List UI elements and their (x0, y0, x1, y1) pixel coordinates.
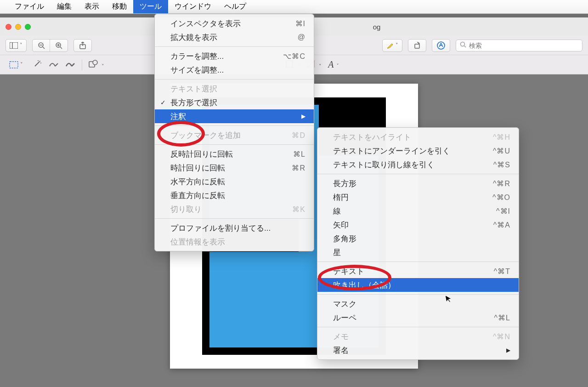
tools-menu-item-label: 垂直方向に反転 (170, 190, 225, 201)
zoom-in-button[interactable] (50, 40, 68, 51)
annotate-menu-shortcut: ^⌘S (475, 160, 510, 169)
tools-menu-item-19: 位置情報を表示 (155, 235, 314, 249)
svg-line-6 (60, 47, 62, 49)
text-style-button[interactable]: A (328, 59, 338, 70)
annotate-menu-item-11[interactable]: テキスト^⌘T (317, 264, 519, 278)
annotate-menu-item-14[interactable]: マスク (317, 297, 519, 311)
menubar-item-1[interactable]: 編集 (51, 0, 78, 13)
annotate-menu-item-12[interactable]: 吹き出し（会話） (317, 278, 519, 292)
tools-menu-separator (155, 144, 314, 145)
selection-tool-button[interactable] (6, 58, 27, 71)
window-controls[interactable] (6, 24, 31, 30)
tools-menu-item-label: サイズを調整... (170, 65, 224, 75)
tools-menu-item-label: 時計回りに回転 (170, 163, 225, 173)
annotate-menu-item-label: テキストにアンダーラインを引く (333, 146, 450, 156)
tools-menu-item-0[interactable]: インスペクタを表示⌘I (155, 17, 314, 30)
tools-menu-item-label: テキスト選択 (170, 84, 217, 94)
annotate-menu-shortcut: ^⌘I (478, 207, 510, 216)
annotate-menu-item-label: 吹き出し（会話） (333, 280, 396, 290)
menubar-item-5[interactable]: ウインドウ (168, 0, 218, 13)
annotate-menu-item-label: 長方形 (333, 178, 356, 189)
sidebar-toggle-button[interactable] (6, 39, 27, 52)
annotate-menu-item-2[interactable]: テキストに取り消し線を引く^⌘S (317, 158, 519, 171)
tools-menu-shortcut: ⌘D (273, 131, 305, 140)
annotate-menu-item-label: 矢印 (333, 220, 349, 230)
tools-menu-item-14[interactable]: 水平方向に反転 (155, 175, 314, 188)
annotate-menu-item-7[interactable]: 矢印^⌘A (317, 218, 519, 232)
annotate-menu-item-6[interactable]: 線^⌘I (317, 204, 519, 218)
annotate-menu-shortcut: ^⌘N (475, 332, 510, 341)
menubar-item-0[interactable]: ファイル (8, 0, 51, 13)
tools-menu-item-4[interactable]: サイズを調整... (155, 63, 314, 77)
annotate-menu-item-label: 線 (333, 206, 341, 216)
tools-menu-separator (155, 79, 314, 80)
zoom-in-icon (55, 42, 62, 49)
close-window-button[interactable] (6, 24, 11, 30)
wand-button[interactable] (33, 60, 42, 70)
tools-menu-item-1[interactable]: 拡大鏡を表示@ (155, 30, 314, 44)
annotate-menu-separator (317, 294, 519, 295)
menubar-item-4[interactable]: ツール (133, 0, 168, 13)
tools-menu-item-label: プロファイルを割り当てる... (170, 223, 271, 233)
tools-menu-shortcut: ⌥⌘C (265, 52, 305, 61)
tools-menu-shortcut: @ (279, 33, 305, 41)
tools-menu-item-13[interactable]: 時計回りに回転⌘R (155, 161, 314, 175)
annotate-menu-shortcut: ^⌘U (475, 147, 510, 155)
tools-menu-item-15[interactable]: 垂直方向に反転 (155, 188, 314, 202)
svg-rect-0 (10, 42, 18, 49)
tools-menu-item-label: 注釈 (170, 111, 186, 122)
annotate-menu-item-label: 星 (333, 247, 341, 258)
tools-menu-item-12[interactable]: 反時計回りに回転⌘L (155, 147, 314, 161)
draw-button[interactable] (65, 60, 75, 70)
search-icon (460, 41, 466, 50)
zoom-out-button[interactable] (33, 40, 50, 51)
annotate-menu-item-4[interactable]: 長方形^⌘R (317, 176, 519, 190)
zoom-window-button[interactable] (25, 24, 31, 30)
annotate-menu-item-label: 楕円 (333, 192, 349, 203)
tools-menu-item-label: カラーを調整... (170, 51, 224, 62)
annotate-menu-shortcut: ^⌘H (475, 133, 510, 142)
search-field[interactable] (456, 40, 582, 51)
window-title: og (373, 23, 381, 31)
svg-rect-11 (415, 44, 419, 48)
selection-icon (9, 61, 18, 68)
annotate-submenu[interactable]: テキストをハイライト^⌘Hテキストにアンダーラインを引く^⌘Uテキストに取り消し… (317, 127, 519, 360)
annotate-menu-item-5[interactable]: 楕円^⌘O (317, 190, 519, 204)
sketch-icon (49, 60, 59, 68)
tools-menu-item-8[interactable]: 注釈▶ (155, 109, 314, 123)
minimize-window-button[interactable] (15, 24, 21, 30)
sketch-button[interactable] (49, 60, 59, 70)
tools-menu-item-18[interactable]: プロファイルを割り当てる... (155, 221, 314, 235)
annotate-menu-separator (317, 174, 519, 174)
sidebar-icon (10, 42, 18, 49)
tools-menu-item-label: 位置情報を表示 (170, 237, 225, 247)
annotate-menu-item-8[interactable]: 多角形 (317, 232, 519, 245)
zoom-group (32, 39, 68, 52)
system-menubar[interactable]: ファイル編集表示移動ツールウインドウヘルプ (0, 0, 588, 14)
share-button[interactable] (74, 39, 92, 52)
menubar-item-3[interactable]: 移動 (106, 0, 133, 13)
annotate-menu-item-15[interactable]: ルーペ^⌘L (317, 311, 519, 324)
annotate-menu-item-18[interactable]: 署名▶ (317, 343, 519, 357)
highlighter-button[interactable] (382, 39, 402, 52)
shapes-button[interactable] (89, 60, 104, 70)
annotate-menu-item-17: メモ^⌘N (317, 330, 519, 343)
annotate-menu-item-label: テキスト (333, 266, 364, 277)
annotate-menu-shortcut: ^⌘L (476, 313, 510, 322)
menubar-item-6[interactable]: ヘルプ (218, 0, 253, 13)
annotate-menu-shortcut: ^⌘T (475, 267, 510, 276)
markup-icon (437, 41, 445, 50)
annotate-menu-item-1[interactable]: テキストにアンダーラインを引く^⌘U (317, 144, 519, 158)
tools-menu[interactable]: インスペクタを表示⌘I拡大鏡を表示@カラーを調整...⌥⌘Cサイズを調整...テ… (154, 14, 314, 251)
tools-menu-item-3[interactable]: カラーを調整...⌥⌘C (155, 49, 314, 63)
zoom-out-icon (38, 42, 45, 49)
tools-menu-item-7[interactable]: 長方形で選択 (155, 96, 314, 109)
tools-menu-item-16: 切り取り⌘K (155, 202, 314, 216)
markup-toggle-button[interactable] (432, 39, 450, 52)
menubar-item-2[interactable]: 表示 (78, 0, 106, 13)
rotate-button[interactable] (408, 39, 426, 52)
svg-point-17 (40, 61, 40, 62)
svg-point-21 (93, 60, 97, 65)
annotate-menu-item-9[interactable]: 星 (317, 245, 519, 259)
search-input[interactable] (469, 42, 578, 49)
